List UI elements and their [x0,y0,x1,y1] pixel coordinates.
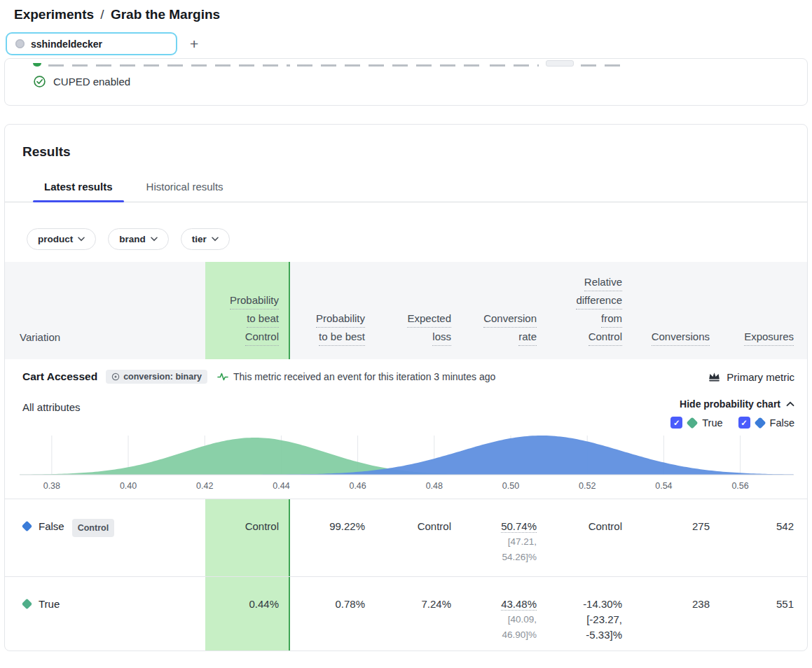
chart-legend: ✓ True ✓ False [670,417,794,429]
svg-text:0.38: 0.38 [43,481,60,491]
page-title: Grab the Margins [111,7,220,22]
svg-text:0.44: 0.44 [273,481,289,491]
col-conversions[interactable]: Conversions [622,262,710,359]
experiment-summary-card: CUPED enabled [4,58,808,106]
cell-expected-loss: Control [365,499,451,576]
clipped-check-icon [33,63,41,67]
tab-sshindeldecker[interactable]: sshindeldecker [6,32,177,55]
cell-prob-best: 99.22% [290,499,365,576]
tab-latest-results[interactable]: Latest results [33,175,124,202]
cell-prob-best: 0.78% [290,577,365,650]
all-attributes-label: All attributes [22,398,81,413]
cell-conversions: 275 [622,499,710,576]
chevron-down-icon [151,237,158,242]
col-prob-best[interactable]: Probability to be best [290,262,365,359]
breadcrumb-separator: / [97,7,106,22]
svg-text:0.56: 0.56 [731,481,748,491]
col-exposures[interactable]: Exposures [710,262,794,359]
false-checkbox[interactable]: ✓ [738,417,750,429]
cell-relative-difference: Control [537,499,622,576]
col-prob-beat-control[interactable]: Probability to beat Control [205,262,290,359]
svg-text:0.48: 0.48 [426,481,443,491]
true-diamond-icon [687,417,699,429]
table-row-false: False Control Control 99.22% Control 50.… [5,499,807,576]
svg-text:0.52: 0.52 [579,481,596,491]
probability-chart: 0.380.400.420.440.460.480.500.520.540.56 [5,430,807,499]
chevron-down-icon [78,237,85,242]
legend-item-false: ✓ False [738,417,794,429]
svg-text:0.40: 0.40 [120,481,137,491]
metric-name: Cart Accessed [22,370,97,383]
results-card: Results Latest results Historical result… [4,124,808,651]
probability-chart-svg: 0.380.400.420.440.460.480.500.520.540.56 [20,434,794,499]
cell-conversion-rate: 50.74% [47.21, 54.26]% [451,499,537,576]
cell-expected-loss: 7.24% [365,577,451,650]
false-diamond-icon [754,417,766,429]
col-conversion-rate[interactable]: Conversion rate [451,262,537,359]
control-badge: Control [72,519,114,537]
hide-probability-chart-toggle[interactable]: Hide probability chart [680,398,794,410]
status-circle-icon [15,39,25,48]
breadcrumb-section[interactable]: Experiments [14,7,94,22]
cuped-label: CUPED enabled [53,76,130,88]
true-diamond-icon [22,599,33,610]
svg-text:0.46: 0.46 [349,481,366,491]
add-tab-button[interactable]: + [190,36,198,51]
chevron-down-icon [212,237,219,242]
cuped-target-icon [33,75,46,88]
results-title: Results [5,125,807,175]
cell-conversion-rate: 43.48% [40.09, 46.90]% [451,577,537,650]
clipped-status-row [5,59,807,68]
svg-text:0.42: 0.42 [196,481,213,491]
chart-controls: Hide probability chart ✓ True ✓ False [670,398,794,429]
metric-type-badge: conversion: binary [106,370,207,384]
target-circle-icon [111,373,120,381]
attribute-filters: product brand tier [5,202,807,262]
false-diamond-icon [22,521,33,532]
variation-name: True [39,597,60,612]
svg-text:0.54: 0.54 [655,481,672,491]
filter-chip-tier[interactable]: tier [181,228,230,250]
variation-name: False [39,519,64,534]
breadcrumb: Experiments / Grab the Margins [0,0,812,22]
col-variation: Variation [20,262,205,359]
cell-exposures: 551 [710,577,794,650]
col-expected-loss[interactable]: Expected loss [365,262,451,359]
cell-relative-difference: -14.30% [-23.27, -5.33]% [537,577,622,650]
attributes-row: All attributes Hide probability chart ✓ … [5,393,807,430]
tab-historical-results[interactable]: Historical results [135,175,235,202]
pulse-activity-icon [217,372,228,382]
svg-text:0.50: 0.50 [502,481,519,491]
crown-icon [708,371,721,382]
chevron-up-icon [786,401,794,407]
legend-item-true: ✓ True [670,417,722,429]
table-row-true: True 0.44% 0.78% 7.24% 43.48% [40.09, 46… [5,576,807,650]
cell-prob-beat-control: Control [205,499,290,576]
true-checkbox[interactable]: ✓ [670,417,682,429]
cell-exposures: 542 [710,499,794,576]
results-tabs: Latest results Historical results [5,175,807,202]
variant-tab-bar: sshindeldecker + [0,22,812,55]
metric-event-note: This metric received an event for this i… [217,371,495,382]
tab-label: sshindeldecker [31,39,102,50]
results-table-header: Variation Probability to beat Control Pr… [5,262,807,359]
filter-chip-brand[interactable]: brand [108,228,169,250]
col-relative-difference[interactable]: Relative difference from Control [537,262,622,359]
clipped-kbd-badge [546,60,574,67]
cell-conversions: 238 [622,577,710,650]
cell-prob-beat-control: 0.44% [205,577,290,650]
filter-chip-product[interactable]: product [27,228,96,250]
metric-row: Cart Accessed conversion: binary This me… [5,359,807,393]
primary-metric-label: Primary metric [708,371,794,383]
cuped-status: CUPED enabled [5,68,807,88]
